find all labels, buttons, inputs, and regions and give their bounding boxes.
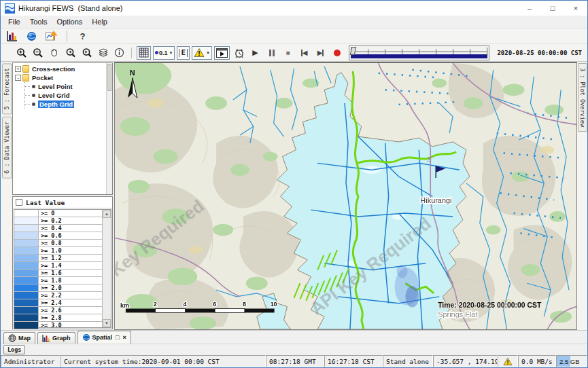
skip-last-icon: ▶ [317,49,324,56]
legend-row: >= 2.8 [14,314,102,322]
layers-icon [98,48,109,58]
explorer-button[interactable] [5,29,19,43]
record-icon [334,50,341,56]
globe-icon [82,333,90,342]
menu-tools[interactable]: Tools [25,16,52,27]
legend-row: >= 2.0 [14,284,102,292]
zoom-in-button[interactable] [14,46,29,60]
legend-scrollbar[interactable]: ▲ ▼ [102,210,111,327]
legend-row: >= 0.6 [14,232,102,240]
tree-item-level-grid[interactable]: Level Grid [25,91,112,100]
legend-header: Last Value [13,197,112,208]
skip-first-icon: ◀ [301,49,308,56]
legend-swatch [14,299,39,306]
tab-graph[interactable]: Graph [37,332,75,344]
expander-icon[interactable]: + [15,66,21,72]
tree-item-depth-grid[interactable]: Depth Grid [25,100,112,109]
scroll-down-icon[interactable]: ▼ [103,319,111,327]
animation-panel-button[interactable] [214,46,230,60]
time-slider[interactable] [349,45,489,60]
help-button[interactable]: ? [75,29,90,43]
maximize-button[interactable]: □ [541,1,564,16]
svg-text:6: 6 [213,301,216,308]
svg-text:10: 10 [271,301,277,308]
status-bar: Administrator Current system time:2020-0… [1,355,587,367]
legend-swatch [14,217,39,224]
toolbar-separator [131,48,132,58]
zoom-next-button[interactable] [80,46,94,60]
tab-data-viewer[interactable]: 6 : Data Viewer [2,117,12,179]
classbreak-scale-dropdown[interactable]: 0.1 ▼ [153,46,175,60]
scroll-up-icon[interactable]: ▲ [103,210,111,218]
menu-file[interactable]: File [3,16,25,27]
timeseries-display-button[interactable] [44,29,58,43]
close-button[interactable]: × [564,1,587,16]
thresholds-dropdown[interactable]: ▼ [192,46,212,60]
legend-swatch [14,232,39,239]
svg-text:km: km [120,302,129,309]
dot-icon [155,51,158,54]
map-view[interactable]: H1 API Key Required API Key Required Hik… [114,62,577,330]
status-warning-cell[interactable] [498,355,518,367]
tab-forecast[interactable]: 5 : Forecast [2,63,12,114]
info-button[interactable] [112,46,126,60]
zoom-out-button[interactable] [31,46,45,60]
zoom-previous-button[interactable] [63,46,77,60]
zoom-in-icon [16,48,27,58]
toolbar-separator [67,31,67,41]
pause-button[interactable] [264,46,279,60]
map-display-button[interactable] [24,29,39,43]
stop-button[interactable]: ■ [281,46,295,60]
legend-swatch [14,270,39,276]
status-user: Administrator [1,355,60,367]
folder-icon [22,74,29,81]
folder-icon [22,65,29,73]
menu-bar: File Tools Options Help [1,16,587,29]
menu-help[interactable]: Help [87,16,112,27]
zoom-previous-icon [65,48,76,58]
close-panel-icon[interactable]: × [122,334,126,341]
legend-row: >= 0.4 [14,225,102,232]
legend-row: >= 3.0 [14,322,102,329]
tree-scrollbar[interactable] [106,63,112,194]
contour-labels-button[interactable]: E [177,46,190,60]
restore-panel-icon[interactable]: □ [116,334,119,341]
minimize-button[interactable]: – [518,1,541,16]
grid-display-button[interactable] [137,46,151,60]
tree-item-cross-section[interactable]: + Cross-section [15,65,112,73]
play-button[interactable]: ▶ [248,46,262,60]
application-toolbar: ? [1,29,587,44]
time-slider-ticks [349,46,489,56]
tab-plot-overview[interactable]: 3 : Plot Overview [578,63,587,132]
go-last-button[interactable]: ▶ [313,46,328,60]
tab-spatial[interactable]: Spatial □ × [77,331,131,344]
bullet-icon [32,103,35,106]
legend-swatch [14,307,39,314]
legend-swatch [14,292,39,299]
legend-swatch [14,262,39,269]
svg-text:2: 2 [154,301,157,308]
tree-item-label: Level Grid [38,92,69,99]
legend-row: >= 1.6 [14,270,102,277]
record-button[interactable] [330,46,344,60]
tab-map[interactable]: Map [3,332,35,344]
legend-row: >= 1.4 [14,262,102,270]
menu-options[interactable]: Options [52,16,87,27]
layers-button[interactable] [96,46,110,60]
tree-item-level-point[interactable]: Level Point [25,82,112,91]
status-memory: 2.5 GB [556,355,587,367]
go-first-button[interactable]: ◀ [297,46,311,60]
pan-button[interactable] [47,46,61,60]
bullet-icon [32,85,35,88]
last-value-checkbox[interactable] [16,199,22,206]
set-time-button[interactable] [232,46,246,60]
tree-item-pocket[interactable]: - Pocket [15,73,112,82]
legend-row: >= 2.4 [14,299,102,307]
legend-row: >= 1.0 [14,247,102,255]
map-canvas[interactable]: H1 API Key Required API Key Required Hik… [115,63,576,329]
pause-icon [269,50,275,56]
expander-icon[interactable]: - [15,75,21,81]
legend-swatch [14,210,39,217]
svg-text:8: 8 [243,301,246,308]
logs-button[interactable]: Logs [3,345,25,354]
